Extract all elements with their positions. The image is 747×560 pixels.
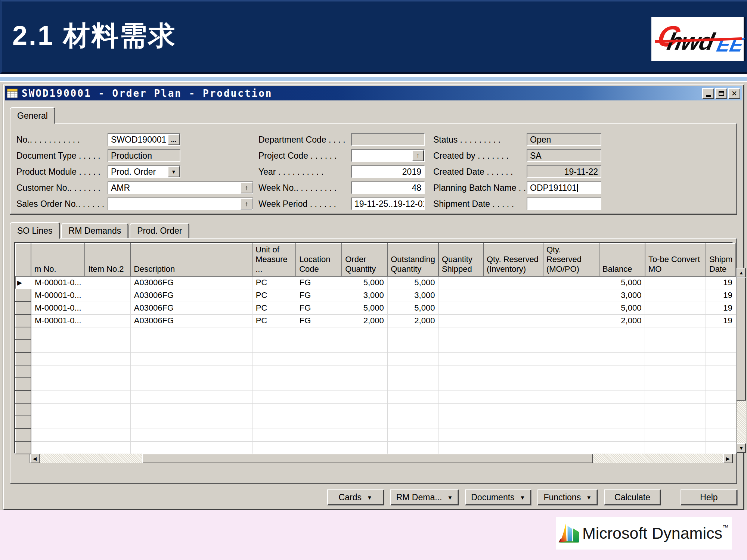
cell[interactable] [252,340,296,352]
cell[interactable] [342,352,387,365]
scroll-left-button[interactable]: ◀ [30,454,40,463]
assist-edit-button[interactable]: ... [168,134,180,145]
row-selector[interactable] [15,327,31,340]
cell[interactable]: 2,000 [387,314,438,327]
cell[interactable] [130,340,252,352]
cell[interactable] [130,378,252,391]
cell[interactable] [645,302,706,314]
field-input[interactable]: ODP191101 [527,181,601,194]
cell[interactable] [483,289,543,302]
cell[interactable] [31,352,85,365]
horizontal-scroll-thumb[interactable] [142,454,593,463]
cell[interactable] [296,327,342,340]
cell[interactable] [438,365,483,378]
cell[interactable] [342,340,387,352]
cell[interactable] [252,429,296,441]
cell[interactable] [296,365,342,378]
cell[interactable] [483,340,543,352]
cell[interactable] [130,391,252,403]
cell[interactable] [599,403,645,416]
cell[interactable] [599,327,645,340]
cell[interactable] [130,403,252,416]
field-input[interactable]: Prod. Order▼ [108,165,180,178]
row-selector[interactable] [15,365,31,378]
cell[interactable] [543,276,599,289]
cell[interactable] [85,276,130,289]
cell[interactable]: A03006FG [130,302,252,314]
cell[interactable] [543,378,599,391]
cell[interactable] [543,327,599,340]
column-header[interactable]: Item No.2 [85,243,130,276]
cell[interactable] [543,441,599,454]
cell[interactable] [599,378,645,391]
cell[interactable] [543,365,599,378]
cell[interactable] [85,302,130,314]
row-selector[interactable] [15,352,31,365]
cell[interactable] [599,391,645,403]
maximize-button[interactable] [715,88,727,99]
field-input[interactable]: 48 [351,181,425,194]
cell[interactable]: 5,000 [387,302,438,314]
cell[interactable] [85,365,130,378]
cell[interactable] [706,340,736,352]
column-header[interactable]: Order Quantity [342,243,387,276]
cell[interactable] [543,289,599,302]
cell[interactable] [438,340,483,352]
row-selector[interactable] [15,416,31,429]
cell[interactable] [342,365,387,378]
cell[interactable] [706,441,736,454]
cell[interactable] [483,327,543,340]
horizontal-scroll-track[interactable] [40,454,723,463]
cell[interactable]: 5,000 [387,276,438,289]
cell[interactable] [438,429,483,441]
cell[interactable] [645,340,706,352]
row-selector[interactable] [15,314,31,327]
cell[interactable] [85,327,130,340]
cell[interactable]: 19 [706,276,736,289]
scroll-down-button[interactable]: ▼ [737,443,746,453]
cell[interactable] [252,391,296,403]
cell[interactable]: M-00001-0... [31,314,85,327]
field-input[interactable]: SWOD190001... [108,133,180,146]
cell[interactable] [296,429,342,441]
cell[interactable]: 3,000 [387,289,438,302]
cell[interactable] [252,327,296,340]
cell[interactable] [130,365,252,378]
cell[interactable] [438,352,483,365]
cell[interactable] [706,416,736,429]
column-header[interactable]: To-be Convert MO [645,243,706,276]
close-button[interactable]: ✕ [728,88,740,99]
column-header[interactable]: Qty. Reserved (MO/PO) [543,243,599,276]
cell[interactable] [387,429,438,441]
cell[interactable] [599,365,645,378]
cell[interactable] [483,365,543,378]
cell[interactable] [438,416,483,429]
cell[interactable] [342,403,387,416]
scroll-up-button[interactable]: ▲ [737,268,746,277]
cell[interactable] [645,365,706,378]
cell[interactable]: FG [296,314,342,327]
cell[interactable]: PC [252,314,296,327]
cell[interactable] [31,365,85,378]
cell[interactable] [483,276,543,289]
field-input[interactable]: 2019 [351,165,425,178]
cell[interactable] [543,352,599,365]
cell[interactable] [483,314,543,327]
cell[interactable] [599,441,645,454]
cell[interactable] [252,352,296,365]
vertical-scrollbar[interactable]: ▲ ▼ [736,268,746,453]
cell[interactable] [387,416,438,429]
cell[interactable] [645,289,706,302]
cell[interactable] [85,340,130,352]
cell[interactable] [387,340,438,352]
cell[interactable] [706,391,736,403]
cell[interactable] [342,391,387,403]
cell[interactable]: PC [252,289,296,302]
documents-button[interactable]: Documents▼ [465,489,531,505]
cell[interactable]: 19 [706,314,736,327]
cell[interactable] [387,441,438,454]
cell[interactable] [85,391,130,403]
cell[interactable]: 5,000 [342,302,387,314]
cell[interactable] [31,327,85,340]
cell[interactable] [342,327,387,340]
